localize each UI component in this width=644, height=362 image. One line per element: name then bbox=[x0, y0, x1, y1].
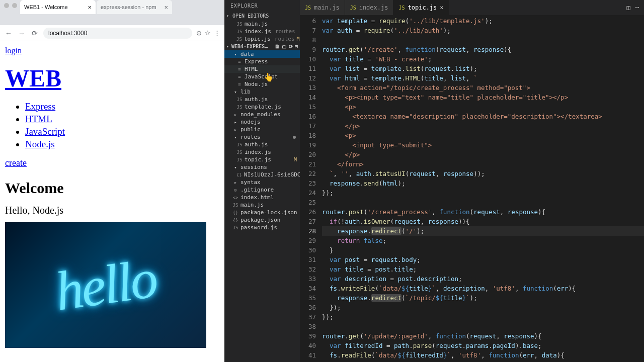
folder-item[interactable]: ▾lib bbox=[224, 88, 300, 96]
file-item[interactable]: JStemplate.js bbox=[224, 103, 300, 111]
file-icon: {} bbox=[236, 172, 242, 177]
open-editors-section[interactable]: ▾ OPEN EDITORS bbox=[224, 12, 300, 20]
address-bar: ← → ⟳ localhost:3000 ⊙ ☆ ⋮ bbox=[0, 25, 224, 41]
file-item[interactable]: ≡Node.js bbox=[224, 80, 300, 88]
search-in-page-icon[interactable]: ⊙ bbox=[196, 29, 202, 37]
file-item[interactable]: ≡Express bbox=[224, 58, 300, 65]
topic-link[interactable]: HTML bbox=[25, 114, 52, 124]
file-icon: JS bbox=[236, 29, 243, 34]
file-icon: ≡ bbox=[236, 74, 243, 79]
browser-tab[interactable]: WEB1 - Welcome× bbox=[20, 0, 96, 14]
forward-icon[interactable]: → bbox=[17, 29, 26, 37]
js-file-icon: JS bbox=[350, 5, 356, 11]
close-icon[interactable]: × bbox=[88, 4, 92, 11]
file-item[interactable]: ≡HTML bbox=[224, 65, 300, 73]
folder-item[interactable]: ▾routes bbox=[224, 133, 300, 141]
reload-icon[interactable]: ⟳ bbox=[30, 29, 39, 37]
folder-item[interactable]: ▾data bbox=[224, 50, 300, 58]
login-link[interactable]: login bbox=[5, 46, 22, 55]
project-section[interactable]: ▾ WEB4-EXPRES… 🗎 🗀 ⟳ ⊟ bbox=[224, 43, 300, 50]
file-item[interactable]: ⚙.gitignore bbox=[224, 186, 300, 194]
editor-tab[interactable]: JSindex.js bbox=[345, 0, 394, 15]
topic-link[interactable]: Express bbox=[25, 101, 55, 112]
file-item[interactable]: JSindex.js bbox=[224, 148, 300, 156]
file-icon: {} bbox=[232, 210, 238, 215]
file-icon: <> bbox=[232, 195, 238, 200]
new-folder-icon[interactable]: 🗀 bbox=[282, 44, 287, 49]
code-editor[interactable]: 6789101112131415161718192021222324252627… bbox=[300, 15, 644, 362]
file-icon: JS bbox=[236, 37, 242, 42]
modified-badge: M bbox=[297, 36, 300, 42]
create-link[interactable]: create bbox=[5, 158, 219, 168]
folder-item[interactable]: ▸public bbox=[224, 126, 300, 133]
folder-icon: ▾ bbox=[232, 135, 238, 140]
file-item[interactable]: {}package.json bbox=[224, 216, 300, 224]
file-icon: ≡ bbox=[236, 82, 243, 87]
refresh-icon[interactable]: ⟳ bbox=[289, 44, 293, 49]
file-item[interactable]: {}NIs1UQzzJ-6sieGDC66YC-… bbox=[224, 171, 300, 178]
page-content: login WEB ExpressHTMLJavaScriptNode.js c… bbox=[0, 41, 224, 362]
file-item[interactable]: JSmain.js bbox=[224, 201, 300, 209]
line-gutter: 6789101112131415161718192021222324252627… bbox=[300, 15, 322, 362]
file-item[interactable]: JSauth.js bbox=[224, 96, 300, 103]
folder-icon: ▸ bbox=[232, 127, 238, 132]
folder-icon: ▾ bbox=[232, 52, 238, 57]
editor-tab[interactable]: JStopic.js× bbox=[393, 0, 449, 15]
browser-tab[interactable]: express-session - npm× bbox=[97, 0, 172, 14]
hello-neon-image bbox=[5, 222, 206, 348]
topic-link[interactable]: Node.js bbox=[25, 139, 55, 149]
editor-area: JSmain.jsJSindex.jsJStopic.js×◫⋯ 6789101… bbox=[300, 0, 644, 362]
folder-item[interactable]: ▸nodejs bbox=[224, 118, 300, 126]
open-editor-item[interactable]: JSindex.jsroutes bbox=[224, 28, 300, 35]
url-input[interactable]: localhost:3000 bbox=[43, 28, 192, 39]
file-icon: ⚙ bbox=[232, 188, 238, 193]
bookmark-icon[interactable]: ☆ bbox=[205, 29, 211, 37]
folder-item[interactable]: ▸node_modules bbox=[224, 111, 300, 118]
site-title-link[interactable]: WEB bbox=[5, 65, 61, 92]
file-item[interactable]: <>index.html bbox=[224, 194, 300, 201]
open-editor-item[interactable]: JSmain.js bbox=[224, 20, 300, 28]
file-tree: ▾data≡Express≡HTML≡JavaScript≡Node.js▾li… bbox=[224, 50, 300, 231]
file-icon: JS bbox=[236, 105, 243, 110]
file-icon: JS bbox=[236, 150, 243, 155]
collapse-icon[interactable]: ⊟ bbox=[295, 44, 298, 49]
chevron-down-icon: ▾ bbox=[226, 14, 231, 18]
file-icon: JS bbox=[232, 203, 238, 208]
menu-icon[interactable]: ⋮ bbox=[214, 29, 220, 37]
file-item[interactable]: ≡JavaScript bbox=[224, 73, 300, 80]
file-icon: JS bbox=[236, 22, 243, 27]
new-file-icon[interactable]: 🗎 bbox=[275, 44, 280, 49]
file-icon: ≡ bbox=[236, 67, 243, 72]
folder-item[interactable]: ▸syntax bbox=[224, 178, 300, 186]
dirty-dot-icon bbox=[293, 136, 296, 139]
file-icon: JS bbox=[232, 225, 238, 230]
code-lines[interactable]: var template = require('../lib/template.… bbox=[322, 15, 644, 362]
chevron-down-icon: ▾ bbox=[226, 44, 231, 49]
page-heading: Welcome bbox=[5, 179, 219, 197]
vscode-window: EXPLORER ▾ OPEN EDITORS JSmain.jsJSindex… bbox=[224, 0, 644, 362]
editor-tabs: JSmain.jsJSindex.jsJStopic.js×◫⋯ bbox=[300, 0, 644, 15]
split-editor-icon[interactable]: ◫ bbox=[627, 4, 630, 11]
folder-item[interactable]: ▾sessions bbox=[224, 163, 300, 171]
close-icon[interactable]: × bbox=[164, 4, 168, 11]
topic-list: ExpressHTMLJavaScriptNode.js bbox=[25, 101, 219, 150]
folder-icon: ▾ bbox=[232, 89, 238, 95]
explorer-sidebar: EXPLORER ▾ OPEN EDITORS JSmain.jsJSindex… bbox=[224, 0, 300, 362]
file-item[interactable]: {}package-lock.json bbox=[224, 209, 300, 216]
page-body-text: Hello, Node.js bbox=[5, 205, 219, 216]
close-icon[interactable]: × bbox=[440, 4, 443, 11]
editor-tab[interactable]: JSmain.js bbox=[300, 0, 345, 15]
back-icon[interactable]: ← bbox=[4, 29, 13, 37]
file-item[interactable]: JStopic.jsM bbox=[224, 156, 300, 163]
js-file-icon: JS bbox=[305, 5, 311, 11]
open-editor-item[interactable]: JStopic.jsroutesM bbox=[224, 35, 300, 43]
topic-link[interactable]: JavaScript bbox=[25, 126, 65, 137]
folder-icon: ▾ bbox=[232, 165, 238, 170]
file-item[interactable]: JSauth.js bbox=[224, 141, 300, 148]
file-icon: JS bbox=[236, 157, 243, 162]
folder-icon: ▸ bbox=[232, 112, 238, 117]
open-editors-list: JSmain.jsJSindex.jsroutesJStopic.jsroute… bbox=[224, 20, 300, 43]
browser-chrome-top: WEB1 - Welcome×express-session - npm× bbox=[0, 0, 224, 25]
more-icon[interactable]: ⋯ bbox=[635, 4, 639, 11]
file-item[interactable]: JSpassword.js bbox=[224, 224, 300, 231]
